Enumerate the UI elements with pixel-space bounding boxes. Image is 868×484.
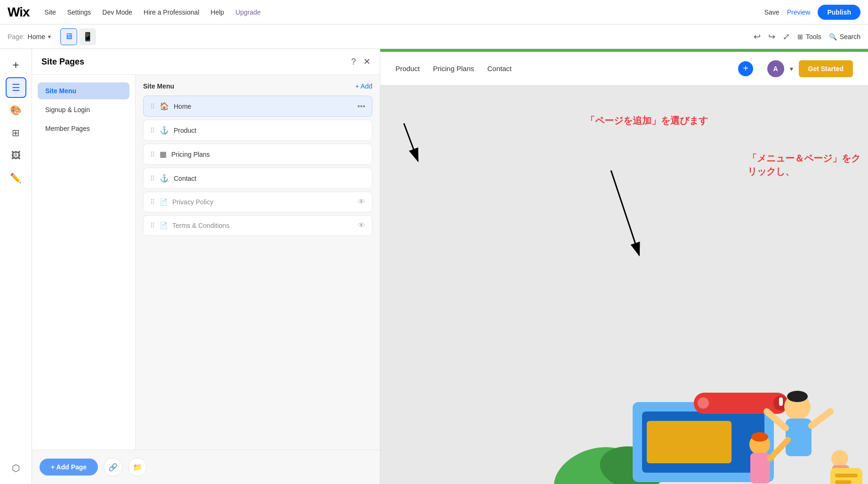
nav-dev-mode[interactable]: Dev Mode xyxy=(102,8,132,16)
sidebar-draw[interactable]: ✏️ xyxy=(6,168,26,188)
canvas-content: 「メニュー＆ページ」をクリックし、 「ページを追加」を選びます xyxy=(380,86,868,484)
desktop-view-button[interactable]: 🖥 xyxy=(60,28,77,45)
redo-button[interactable]: ↪ xyxy=(768,32,775,42)
page-item-terms-right: 👁 xyxy=(358,221,365,230)
site-nav-pricing[interactable]: Pricing Plans xyxy=(433,65,474,73)
page-item-contact-left: ⠿ ⚓ Contact xyxy=(150,174,196,183)
privacy-page-icon: 📄 xyxy=(160,198,168,206)
zoom-fit-button[interactable]: ⤢ xyxy=(783,32,790,42)
apps-icon: ⊞ xyxy=(12,127,20,138)
folder-icon: 📁 xyxy=(133,463,142,472)
publish-button[interactable]: Publish xyxy=(818,5,860,20)
svg-point-16 xyxy=(751,432,768,442)
page-item-contact[interactable]: ⠿ ⚓ Contact xyxy=(143,168,372,189)
page-item-pricing-plans[interactable]: ⠿ ▦ Pricing Plans xyxy=(143,144,372,165)
drag-handle-icon: ⠿ xyxy=(150,151,155,158)
add-page-link[interactable]: + Add xyxy=(355,82,372,90)
design-icon: 🎨 xyxy=(10,105,22,116)
add-link-page-button[interactable]: 🔗 xyxy=(104,458,122,476)
draw-icon: ✏️ xyxy=(10,172,22,184)
terms-page-name: Terms & Conditions xyxy=(172,222,229,229)
tools-icon: ⊞ xyxy=(797,33,803,40)
panel-help-button[interactable]: ? xyxy=(351,57,356,67)
site-nav-product[interactable]: Product xyxy=(395,65,420,73)
panel-header-icons: ? ✕ xyxy=(351,56,370,67)
product-page-icon: ⚓ xyxy=(160,126,169,135)
sidebar-layers[interactable]: ⬡ xyxy=(6,458,26,478)
chevron-down-icon: ▾ xyxy=(790,65,793,73)
second-bar-right: ↩ ↪ ⤢ ⊞ Tools 🔍 Search xyxy=(754,32,860,42)
svg-rect-22 xyxy=(835,480,852,484)
nav-item-signup-login[interactable]: Signup & Login xyxy=(38,101,129,118)
page-selector[interactable]: Page: Home ▾ xyxy=(8,33,51,40)
site-pages-panel: Site Pages ? ✕ Site Menu Signup & Login … xyxy=(32,49,380,484)
svg-point-6 xyxy=(698,397,709,409)
nav-item-member-pages[interactable]: Member Pages xyxy=(38,120,129,137)
svg-rect-15 xyxy=(750,453,770,484)
page-item-home-right: ••• xyxy=(357,102,365,111)
pages-area-header: Site Menu + Add xyxy=(143,82,372,90)
add-page-button[interactable]: + Add Page xyxy=(40,459,98,476)
panel-bottom: + Add Page 🔗 📁 xyxy=(32,450,380,484)
panel-close-button[interactable]: ✕ xyxy=(363,56,370,67)
panel-inner: Site Menu Signup & Login Member Pages Si… xyxy=(32,75,380,450)
page-item-product[interactable]: ⠿ ⚓ Product xyxy=(143,120,372,141)
svg-point-18 xyxy=(831,450,848,467)
top-bar-right: Save Preview Publish xyxy=(764,5,860,20)
tools-label: Tools xyxy=(806,33,821,40)
nav-hire-professional[interactable]: Hire a Professional xyxy=(144,8,199,16)
home-page-icon: 🏠 xyxy=(160,102,169,111)
add-folder-button[interactable]: 📁 xyxy=(128,458,147,476)
page-item-privacy-policy[interactable]: ⠿ 📄 Privacy Policy 👁 xyxy=(143,192,372,212)
pages-icon: ☰ xyxy=(12,82,20,93)
site-nav-items: Product Pricing Plans Contact xyxy=(395,65,512,73)
panel-left-nav: Site Menu Signup & Login Member Pages xyxy=(32,75,136,450)
page-item-product-left: ⠿ ⚓ Product xyxy=(150,126,196,135)
site-nav-right: A ▾ Get Started xyxy=(767,60,853,77)
drag-handle-icon: ⠿ xyxy=(150,222,155,229)
undo-button[interactable]: ↩ xyxy=(754,32,761,42)
left-sidebar: + ☰ 🎨 ⊞ 🖼 ✏️ ⬡ xyxy=(0,49,32,484)
get-started-button[interactable]: Get Started xyxy=(799,60,853,77)
nav-upgrade[interactable]: Upgrade xyxy=(235,8,261,16)
site-nav-contact[interactable]: Contact xyxy=(487,65,512,73)
main-layout: + ☰ 🎨 ⊞ 🖼 ✏️ ⬡ Site Pages ? ✕ xyxy=(0,49,868,484)
svg-rect-4 xyxy=(647,421,731,463)
page-item-terms-conditions[interactable]: ⠿ 📄 Terms & Conditions 👁 xyxy=(143,215,372,236)
svg-rect-8 xyxy=(779,397,783,406)
sidebar-add[interactable]: + xyxy=(6,55,26,75)
sidebar-media[interactable]: 🖼 xyxy=(6,145,26,166)
panel-header: Site Pages ? ✕ xyxy=(32,49,380,75)
second-bar: Page: Home ▾ 🖥 📱 ↩ ↪ ⤢ ⊞ Tools 🔍 Search xyxy=(0,24,868,49)
link-icon: 🔗 xyxy=(108,463,118,472)
nav-settings[interactable]: Settings xyxy=(67,8,91,16)
search-label: Search xyxy=(840,33,860,40)
nav-help[interactable]: Help xyxy=(210,8,224,16)
illustration xyxy=(548,298,868,484)
page-item-home[interactable]: ⠿ 🏠 Home ••• xyxy=(143,96,372,117)
sidebar-pages[interactable]: ☰ xyxy=(6,77,26,98)
drag-handle-icon: ⠿ xyxy=(150,127,155,134)
add-section-button[interactable]: + xyxy=(738,61,753,76)
home-more-button[interactable]: ••• xyxy=(357,102,365,111)
mobile-view-button[interactable]: 📱 xyxy=(79,28,96,45)
sidebar-design[interactable]: 🎨 xyxy=(6,100,26,121)
layers-icon: ⬡ xyxy=(12,462,20,474)
tools-button[interactable]: ⊞ Tools xyxy=(797,33,821,40)
contact-page-icon: ⚓ xyxy=(160,174,169,183)
page-item-terms-left: ⠿ 📄 Terms & Conditions xyxy=(150,222,229,229)
preview-button[interactable]: Preview xyxy=(787,8,811,16)
wix-logo: Wix xyxy=(8,5,30,20)
nav-site[interactable]: Site xyxy=(45,8,56,16)
nav-item-site-menu[interactable]: Site Menu xyxy=(38,82,129,99)
pages-area-title: Site Menu xyxy=(143,82,174,90)
page-item-pricing-left: ⠿ ▦ Pricing Plans xyxy=(150,150,210,159)
page-item-home-left: ⠿ 🏠 Home xyxy=(150,102,191,111)
svg-rect-21 xyxy=(835,474,858,477)
drag-handle-icon: ⠿ xyxy=(150,175,155,182)
search-button[interactable]: 🔍 Search xyxy=(829,33,860,40)
sidebar-apps[interactable]: ⊞ xyxy=(6,122,26,143)
hidden-icon: 👁 xyxy=(358,221,365,230)
save-button[interactable]: Save xyxy=(764,8,780,16)
page-name: Home xyxy=(28,33,45,40)
